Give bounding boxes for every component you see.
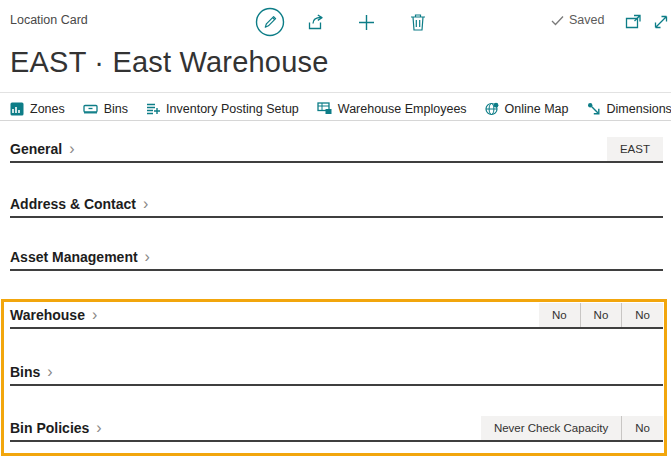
summary-badge[interactable]: Never Check Capacity (481, 416, 621, 440)
summary-badge[interactable]: No (580, 303, 622, 327)
expand-button[interactable] (652, 13, 670, 30)
edit-button[interactable] (255, 7, 285, 37)
action-label: Inventory Posting Setup (166, 102, 299, 116)
action-zones[interactable]: Zones (10, 102, 65, 116)
section-general: General › EAST (10, 137, 663, 163)
plus-icon (358, 14, 375, 31)
section-title: Bins (10, 364, 40, 380)
share-button[interactable] (306, 13, 326, 31)
action-inventory-posting-setup[interactable]: Inventory Posting Setup (146, 102, 299, 116)
open-in-new-window-button[interactable] (624, 13, 642, 30)
section-warehouse-summary: No No No (539, 303, 663, 327)
zones-icon (10, 102, 24, 116)
section-general-toggle[interactable]: General › (10, 137, 663, 161)
chevron-right-icon: › (47, 365, 52, 379)
summary-badge[interactable]: No (539, 303, 580, 327)
save-status: Saved (551, 13, 604, 27)
section-title: General (10, 141, 62, 157)
action-bar-separator (0, 120, 671, 121)
action-bins[interactable]: Bins (83, 102, 128, 116)
section-title: Address & Contact (10, 196, 136, 212)
section-asset-management-toggle[interactable]: Asset Management › (10, 245, 663, 269)
check-icon (551, 15, 564, 26)
section-bins-toggle[interactable]: Bins › (10, 360, 663, 384)
section-warehouse: Warehouse › No No No (10, 303, 663, 329)
new-button[interactable] (357, 13, 375, 31)
trash-icon (410, 13, 426, 31)
summary-badge[interactable]: EAST (607, 137, 663, 161)
share-icon (307, 14, 325, 31)
chevron-right-icon: › (69, 142, 74, 156)
saved-label: Saved (569, 13, 604, 27)
section-title: Warehouse (10, 307, 85, 323)
popout-icon (625, 14, 642, 30)
summary-badge[interactable]: No (621, 303, 663, 327)
summary-badge[interactable]: No (621, 416, 663, 440)
chevron-right-icon: › (143, 197, 148, 211)
page-title: EAST · East Warehouse (10, 46, 329, 79)
action-online-map[interactable]: Online Map (485, 102, 569, 116)
section-address-contact-toggle[interactable]: Address & Contact › (10, 192, 663, 216)
resize-diagonal-icon (653, 14, 669, 30)
chevron-right-icon: › (92, 308, 97, 322)
inventory-posting-setup-icon (146, 102, 160, 116)
page-caption: Location Card (10, 13, 88, 27)
pencil-circle-icon (255, 7, 285, 37)
action-label: Online Map (505, 102, 569, 116)
action-bar: Zones Bins Inventory Posting Setup Wareh… (10, 97, 671, 120)
action-warehouse-employees[interactable]: Warehouse Employees (317, 102, 467, 116)
section-general-summary: EAST (607, 137, 663, 161)
section-bins: Bins › (10, 360, 663, 386)
delete-button[interactable] (409, 12, 427, 31)
bins-icon (83, 102, 98, 115)
section-bin-policies-summary: Never Check Capacity No (481, 416, 663, 440)
action-label: Warehouse Employees (338, 102, 467, 116)
dimensions-icon (587, 102, 601, 116)
warehouse-employees-icon (317, 102, 332, 115)
chevron-right-icon: › (96, 421, 101, 435)
title-separator (0, 92, 671, 93)
action-dimensions[interactable]: Dimensions (587, 102, 671, 116)
section-title: Bin Policies (10, 420, 89, 436)
section-address-contact: Address & Contact › (10, 192, 663, 218)
action-label: Bins (104, 102, 128, 116)
action-label: Zones (30, 102, 65, 116)
section-title: Asset Management (10, 249, 138, 265)
online-map-icon (485, 102, 499, 116)
section-bin-policies: Bin Policies › Never Check Capacity No (10, 416, 663, 442)
chevron-right-icon: › (145, 250, 150, 264)
action-label: Dimensions (607, 102, 671, 116)
top-command-bar: Location Card Saved (0, 0, 671, 44)
section-asset-management: Asset Management › (10, 245, 663, 271)
